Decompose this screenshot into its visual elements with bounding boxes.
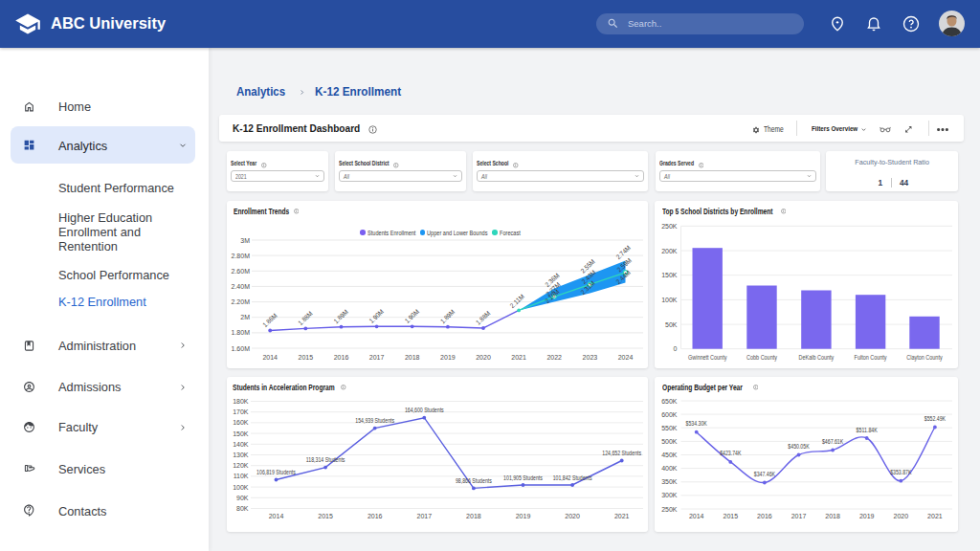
svg-text:2016: 2016 [334,354,349,361]
svg-text:1.89M: 1.89M [332,308,349,324]
svg-text:110K: 110K [234,473,249,479]
svg-text:2.80M: 2.80M [232,253,251,259]
svg-text:140K: 140K [233,441,249,448]
svg-text:2018: 2018 [405,354,420,361]
svg-text:3M: 3M [240,237,250,244]
svg-text:180K: 180K [233,398,249,405]
svg-text:2021: 2021 [927,513,943,519]
svg-text:400K: 400K [661,465,678,472]
svg-text:$467.61K: $467.61K [822,438,844,445]
svg-text:$347.46K: $347.46K [754,471,776,477]
svg-text:124,652 Students: 124,652 Students [602,450,641,456]
svg-text:Clayton County: Clayton County [906,354,943,362]
svg-text:101,905 Students: 101,905 Students [503,474,543,481]
svg-text:1.60M: 1.60M [232,345,251,352]
svg-text:$423.74K: $423.74K [720,450,742,456]
svg-text:$534.30K: $534.30K [686,420,708,427]
svg-text:2015: 2015 [299,354,314,361]
svg-text:2017: 2017 [417,513,433,519]
svg-text:100K: 100K [233,484,249,491]
svg-text:650K: 650K [661,398,678,405]
svg-text:98,866 Students: 98,866 Students [456,477,492,484]
svg-text:2018: 2018 [466,513,481,519]
svg-text:2017: 2017 [791,513,807,519]
svg-text:90K: 90K [236,495,249,501]
svg-text:2.60M: 2.60M [232,268,251,275]
svg-text:2023: 2023 [583,354,598,361]
svg-text:2.11M: 2.11M [509,293,526,309]
svg-text:2.40M: 2.40M [232,283,251,290]
svg-text:2021: 2021 [511,354,526,361]
svg-text:2024: 2024 [618,354,634,361]
svg-text:2022: 2022 [546,354,562,361]
svg-text:600K: 600K [661,411,678,418]
svg-text:1.88M: 1.88M [297,310,314,326]
svg-text:$450.05K: $450.05K [788,443,810,450]
svg-text:2015: 2015 [318,513,333,519]
svg-text:130K: 130K [233,452,249,458]
svg-text:Fulton County: Fulton County [855,354,887,362]
svg-text:Cobb County: Cobb County [746,354,777,362]
svg-text:200K: 200K [661,248,678,254]
svg-text:500K: 500K [661,438,678,445]
svg-text:0: 0 [674,345,678,352]
svg-text:250K: 250K [661,223,678,230]
svg-text:106,819 Students: 106,819 Students [256,469,296,475]
svg-text:2020: 2020 [476,354,491,361]
svg-text:2015: 2015 [724,513,739,519]
svg-text:164,600 Students: 164,600 Students [405,407,444,413]
svg-text:DeKalb County: DeKalb County [799,354,835,362]
svg-text:2016: 2016 [368,513,383,519]
svg-text:160K: 160K [233,419,249,426]
svg-text:101,842 Students: 101,842 Students [553,474,592,481]
svg-text:118,314 Students: 118,314 Students [306,456,345,463]
svg-text:50K: 50K [665,321,678,328]
svg-text:2017: 2017 [369,354,385,361]
svg-text:2014: 2014 [689,513,704,519]
svg-text:$511.84K: $511.84K [857,427,879,433]
svg-text:2M: 2M [240,314,250,320]
svg-text:2020: 2020 [565,513,580,519]
svg-text:150K: 150K [661,272,678,278]
svg-text:2019: 2019 [859,513,875,519]
svg-text:1.80M: 1.80M [232,329,251,336]
svg-text:2.20M: 2.20M [232,298,251,305]
svg-text:Gwinnett County: Gwinnett County [688,354,727,362]
svg-text:1.89M: 1.89M [439,308,457,324]
svg-text:154,939 Students: 154,939 Students [355,417,394,424]
svg-text:2016: 2016 [757,513,772,519]
svg-text:300K: 300K [661,492,678,498]
svg-text:120K: 120K [233,462,249,469]
svg-text:550K: 550K [661,425,678,431]
svg-text:2021: 2021 [614,513,630,519]
svg-text:$353.87K: $353.87K [890,469,912,475]
svg-text:1.90M: 1.90M [404,308,421,324]
svg-text:$552.49K: $552.49K [924,415,947,422]
svg-text:2014: 2014 [262,354,278,361]
svg-text:450K: 450K [661,452,678,458]
svg-text:2019: 2019 [516,513,531,519]
svg-text:150K: 150K [233,430,249,437]
svg-text:2014: 2014 [269,513,284,519]
svg-text:2019: 2019 [440,354,456,361]
svg-text:2.74M: 2.74M [614,244,632,260]
svg-text:80K: 80K [236,505,249,512]
svg-text:250K: 250K [661,506,678,513]
svg-text:1.90M: 1.90M [368,308,386,324]
svg-text:350K: 350K [661,478,678,485]
svg-text:1.86M: 1.86M [261,312,278,328]
svg-text:2020: 2020 [894,513,909,519]
svg-text:170K: 170K [233,408,249,415]
svg-text:2018: 2018 [825,513,840,519]
svg-text:100K: 100K [661,297,678,303]
